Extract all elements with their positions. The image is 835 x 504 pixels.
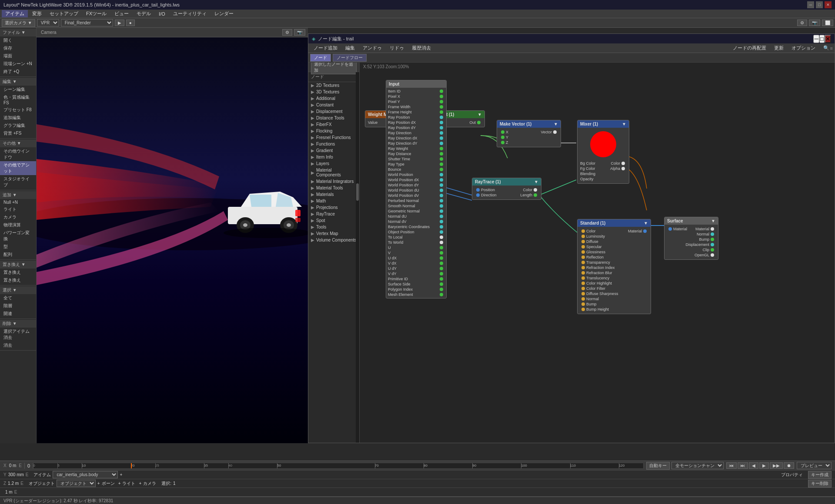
menu-item-render[interactable]: レンダー [211,10,237,17]
sidebar-studio-live[interactable]: スタジオライブ [0,175,36,189]
timeline-track[interactable]: 0 5 10 20 25 35 40 50 70 [33,463,644,469]
nl-item-layers[interactable]: ▶Layers [308,160,359,167]
nl-item-constant[interactable]: ▶Constant [308,102,359,108]
ne-tab-nodeflow[interactable]: ノードフロー [333,54,367,62]
sidebar-other-windows[interactable]: その他ウインドウ [0,147,36,161]
nl-item-spot[interactable]: ▶Spot [308,217,359,224]
nl-item-fresnel[interactable]: ▶Fresnel Functions [308,134,359,141]
play-btn[interactable]: ▶ [759,462,769,469]
sidebar-camera[interactable]: カメラ [0,213,36,221]
sidebar-add-edit[interactable]: 追加編集 [0,114,36,122]
nl-item-displacement[interactable]: ▶Displacement [308,108,359,115]
sidebar-powergon[interactable]: パワーゴン変換 [0,229,36,243]
record-btn2[interactable]: ⏺ [784,462,794,469]
makevector-node[interactable]: Make Vector (1) ▼ X Vector Y [497,120,561,147]
sidebar-array[interactable]: 配列 [0,251,36,259]
sidebar-scene[interactable]: 場面 [0,52,36,60]
nl-item-iteminfo[interactable]: ▶Item Info [308,154,359,160]
nl-item-tools[interactable]: ▶Tools [308,224,359,230]
sidebar-replace-1[interactable]: 置き換え [0,269,36,276]
node-canvas[interactable]: X:52 Y:103 Zoom:100% [360,63,835,443]
sidebar-save[interactable]: 保存 [0,44,36,52]
rt-dropdown-icon[interactable]: ▼ [534,179,538,184]
menu-item-view[interactable]: ビュー [111,10,132,17]
ne-menu-addnode[interactable]: ノード追加 [310,44,341,52]
surf-dropdown-icon[interactable]: ▼ [711,219,715,223]
nl-item-additional[interactable]: ▶Additional [308,95,359,102]
sidebar-header-other[interactable]: その他 ▼ [0,139,36,147]
render-dropdown[interactable]: Final_Render [61,19,113,27]
nl-item-math[interactable]: ▶Math [308,198,359,204]
nl-item-raytrace[interactable]: ▶RayTrace [308,211,359,217]
nl-item-matcomp[interactable]: ▶Material Components [308,167,359,178]
menu-item-model[interactable]: モデル [133,10,154,17]
render-button[interactable]: ▶ [115,20,124,26]
sidebar-connected[interactable]: 開連 [0,310,36,318]
nl-item-materials[interactable]: ▶Materials [308,191,359,198]
sidebar-bg[interactable]: 背景 +FS [0,129,36,137]
invert-dropdown-icon[interactable]: ▼ [478,112,482,117]
minimize-button[interactable]: ─ [807,1,814,8]
sidebar-header-delete[interactable]: 削除 ▼ [0,320,36,328]
nl-item-3dtex[interactable]: ▶3D Textures [308,89,359,95]
menu-item-setup[interactable]: セットアップ [46,10,82,17]
ne-menu-update[interactable]: 更新 [771,44,787,52]
node-list-scrollthumb[interactable] [356,183,359,201]
vp-settings-btn[interactable]: ⚙ [282,29,292,36]
ne-close[interactable]: ✕ [825,35,831,43]
add-node-button[interactable]: 選択したノードを追加 [311,63,357,74]
motion-select[interactable]: 全モーションチャン [671,462,724,469]
nl-item-fiberfx[interactable]: ▶FiberFX [308,121,359,128]
sidebar-type[interactable]: 型 [0,243,36,251]
menu-item-transform[interactable]: 変形 [29,10,45,17]
sidebar-physics[interactable]: 物理演算 [0,221,36,229]
nl-item-distance[interactable]: ▶Distance Tools [308,115,359,121]
sidebar-open[interactable]: 開く [0,36,36,44]
sidebar-current-scene[interactable]: 現場シーン +N [0,60,36,68]
sidebar-delete[interactable]: 消去 [0,342,36,349]
nl-item-2dtex[interactable]: ▶2D Textures [308,82,359,89]
nl-item-flocking[interactable]: ▶Flocking [308,128,359,134]
viewport-canvas[interactable] [37,37,308,443]
prev-frame-btn[interactable]: ◀ [749,462,758,469]
nl-item-volcomp[interactable]: ▶Volume Components [308,237,359,243]
sidebar-header-select[interactable]: 選択 ▼ [0,286,36,294]
next-frame-btn[interactable]: ▶▶ [770,462,783,469]
nl-item-vertexmap[interactable]: ▶Vertex Map [308,230,359,237]
go-end-btn[interactable]: ⏭ [738,462,748,469]
node-list-scrollbar[interactable] [356,72,359,443]
sidebar-color-edit[interactable]: 色・質感編集 FS [0,93,36,106]
sidebar-preset[interactable]: プリセット F8 [0,106,36,114]
key-delete-btn[interactable]: キー削除 [808,480,832,487]
maximize-button[interactable]: □ [816,1,823,8]
toolbar-btn-2[interactable]: 📷 [809,20,820,26]
ne-menu-options[interactable]: オプション [788,44,819,52]
sidebar-header-edit[interactable]: 編集 ▼ [0,78,36,86]
record-button[interactable]: ● [126,20,135,26]
ne-menu-edit[interactable]: 編集 [342,44,358,52]
toolbar-btn-1[interactable]: ⚙ [797,20,807,26]
ne-menu-undo[interactable]: アンドゥ [359,44,385,52]
menu-item-item[interactable]: アイテム [2,10,28,17]
surface-node[interactable]: Surface ▼ Material Material Normal [664,217,718,260]
ne-menu-clear-history[interactable]: 履歴消去 [408,44,434,52]
sidebar-graph-edit[interactable]: グラフ編集 [0,122,36,129]
nl-item-gradient[interactable]: ▶Gradient [308,147,359,154]
ne-maximize[interactable]: □ [819,35,825,43]
camera-select[interactable]: 選択カメラ ▼ [2,19,35,27]
menu-item-utility[interactable]: ユーティリティ [170,10,210,17]
mixer-node[interactable]: Mixer (1) ▼ Bg Color Color Fg Color Alph… [577,120,629,184]
menu-item-fxtool[interactable]: FXツール [83,10,110,17]
sidebar-null[interactable]: Null +N [0,199,36,206]
sidebar-hierarchy[interactable]: 階層 [0,302,36,310]
sidebar-other-asset[interactable]: その他でアシット [0,161,36,175]
preview-select[interactable]: プレビュー [797,462,832,469]
ne-menu-rearrange[interactable]: ノードの再配置 [729,44,770,52]
sidebar-replace-2[interactable]: 置き換え [0,276,36,284]
nl-item-projections[interactable]: ▶Projections [308,204,359,211]
sidebar-light[interactable]: ライト [0,206,36,213]
sidebar-all[interactable]: 全て [0,294,36,302]
object-select[interactable]: オブジェクト [57,480,96,487]
std-dropdown-icon[interactable]: ▼ [644,221,648,225]
sidebar-header-replace[interactable]: 置き換え ▼ [0,261,36,269]
